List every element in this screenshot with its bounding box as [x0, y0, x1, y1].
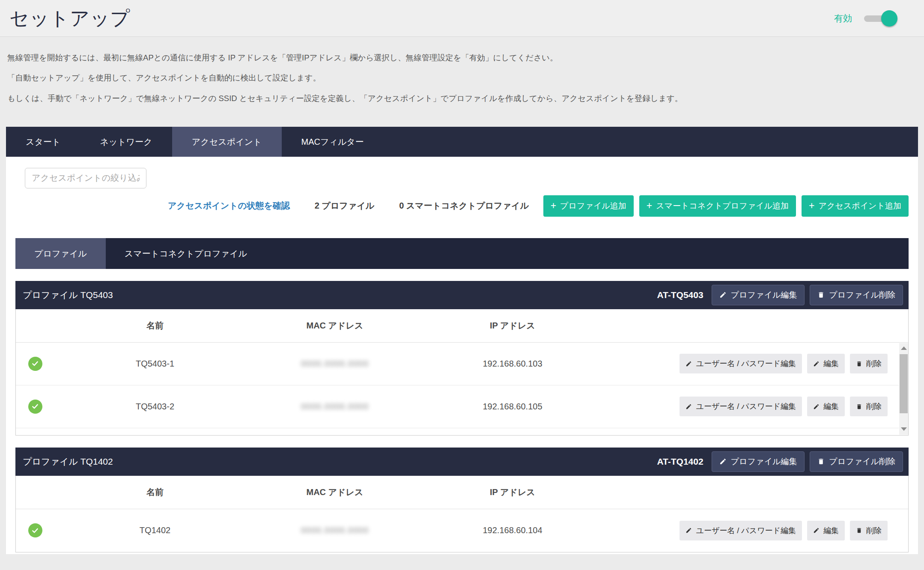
table-rows-scrollarea: TQ5403-1 0000.0000.0000 192.168.60.103 ユ…: [16, 343, 908, 435]
ap-name: TQ1402: [54, 525, 256, 535]
ap-mac-redacted: 0000.0000.0000: [256, 359, 414, 369]
delete-ap-button[interactable]: 削除: [850, 521, 888, 540]
trash-icon: [817, 291, 825, 298]
pencil-icon: [719, 458, 727, 465]
connected-check-icon: [28, 357, 42, 371]
edit-profile-button[interactable]: プロファイル編集: [712, 285, 805, 305]
panel-title: プロファイル TQ5403: [23, 289, 113, 301]
pencil-icon: [813, 361, 820, 367]
edit-ap-label: 編集: [823, 358, 839, 369]
table-scrollbar[interactable]: [899, 343, 908, 435]
add-profile-label: プロファイル追加: [560, 200, 626, 212]
toggle-knob-icon: [881, 10, 897, 27]
table-rows: TQ1402 0000.0000.0000 192.168.60.104 ユーザ…: [16, 509, 908, 552]
edit-profile-button[interactable]: プロファイル編集: [712, 451, 805, 472]
tab-network[interactable]: ネットワーク: [80, 127, 172, 157]
wireless-enable-control: 有効: [834, 10, 897, 27]
access-point-table: 名前 MAC アドレス IP アドレス TQ1402 0000.0000.000…: [15, 476, 909, 552]
tab-mac-filter[interactable]: MACフィルター: [282, 127, 384, 157]
add-button-group: + プロファイル追加 + スマートコネクトプロファイル追加 + アクセスポイント…: [543, 195, 909, 217]
table-header-row: 名前 MAC アドレス IP アドレス: [16, 309, 908, 343]
edit-ap-button[interactable]: 編集: [807, 521, 845, 540]
add-access-point-button[interactable]: + アクセスポイント追加: [802, 195, 909, 217]
delete-profile-label: プロファイル削除: [829, 456, 895, 467]
plus-icon: +: [647, 202, 652, 209]
page-title: セットアップ: [9, 6, 130, 31]
add-profile-button[interactable]: + プロファイル追加: [543, 195, 634, 217]
table-row-tq1402: TQ1402 0000.0000.0000 192.168.60.104 ユーザ…: [16, 509, 908, 552]
pencil-icon: [813, 403, 820, 410]
trash-icon: [817, 458, 825, 465]
page-header: セットアップ 有効: [0, 0, 924, 37]
add-access-point-label: アクセスポイント追加: [818, 200, 901, 212]
row-actions: ユーザー名 / パスワード編集 編集 削除: [611, 521, 908, 540]
profile-panel-tq1402: プロファイル TQ1402 AT-TQ1402 プロファイル編集 プロファイル削…: [15, 448, 909, 552]
column-ip: IP アドレス: [414, 486, 611, 498]
edit-credentials-label: ユーザー名 / パスワード編集: [696, 358, 796, 369]
scrollbar-up-arrow-icon[interactable]: [899, 344, 908, 353]
panel-header-actions: AT-TQ5403 プロファイル編集 プロファイル削除: [657, 285, 903, 305]
scrollbar-thumb[interactable]: [900, 354, 908, 413]
edit-credentials-button[interactable]: ユーザー名 / パスワード編集: [680, 354, 802, 373]
column-name: 名前: [54, 320, 256, 331]
column-mac: MAC アドレス: [256, 486, 414, 498]
edit-ap-button[interactable]: 編集: [807, 354, 845, 373]
access-point-table: 名前 MAC アドレス IP アドレス TQ5403-1 0000.0000.0…: [15, 309, 909, 436]
delete-ap-button[interactable]: 削除: [850, 397, 888, 416]
instruction-line-3: もしくは、手動で「ネットワーク」で無線ネットワークの SSID とセキュリティー…: [7, 91, 917, 105]
profile-count: 2 プロファイル: [315, 200, 375, 212]
wireless-enable-toggle[interactable]: [864, 10, 897, 27]
smart-connect-profile-count: 0 スマートコネクトプロファイル: [399, 200, 529, 212]
ap-mac-redacted: 0000.0000.0000: [256, 525, 414, 535]
tab-start[interactable]: スタート: [6, 127, 80, 157]
edit-credentials-label: ユーザー名 / パスワード編集: [696, 401, 796, 412]
ap-name: TQ5403-1: [54, 359, 256, 369]
subtab-smart-connect-profile[interactable]: スマートコネクトプロファイル: [106, 238, 266, 269]
edit-credentials-button[interactable]: ユーザー名 / パスワード編集: [680, 521, 802, 540]
delete-ap-label: 削除: [866, 358, 882, 369]
instruction-line-2: 「自動セットアップ」を使用して、アクセスポイントを自動的に検出して設定します。: [7, 71, 917, 85]
toolbar-row: アクセスポイントの状態を確認 2 プロファイル 0 スマートコネクトプロファイル…: [168, 195, 909, 217]
access-point-filter-input[interactable]: [25, 168, 146, 188]
pencil-icon: [686, 527, 692, 534]
ap-ip: 192.168.60.105: [414, 402, 611, 412]
scrollbar-down-arrow-icon[interactable]: [899, 425, 908, 434]
main-tabbar: スタート ネットワーク アクセスポイント MACフィルター: [6, 127, 918, 157]
delete-ap-button[interactable]: 削除: [850, 354, 888, 373]
row-actions: ユーザー名 / パスワード編集 編集 削除: [611, 397, 899, 416]
connected-check-icon: [28, 523, 42, 537]
delete-profile-button[interactable]: プロファイル削除: [810, 285, 903, 305]
check-ap-status-link[interactable]: アクセスポイントの状態を確認: [168, 200, 290, 212]
subtab-profile[interactable]: プロファイル: [15, 238, 106, 269]
edit-ap-button[interactable]: 編集: [807, 397, 845, 416]
table-header-row: 名前 MAC アドレス IP アドレス: [16, 476, 908, 509]
trash-icon: [856, 527, 862, 534]
setup-instructions: 無線管理を開始するには、最初に無線APとの通信に使用する IP アドレスを「管理…: [0, 37, 924, 105]
ap-ip: 192.168.60.104: [414, 525, 611, 535]
profile-subtabs: プロファイル スマートコネクトプロファイル: [15, 238, 909, 269]
instruction-line-1: 無線管理を開始するには、最初に無線APとの通信に使用する IP アドレスを「管理…: [7, 51, 917, 65]
pencil-icon: [813, 527, 820, 534]
column-ip: IP アドレス: [414, 320, 611, 331]
edit-credentials-button[interactable]: ユーザー名 / パスワード編集: [680, 397, 802, 416]
delete-profile-button[interactable]: プロファイル削除: [810, 451, 903, 472]
plus-icon: +: [809, 202, 814, 209]
access-point-tab-content: アクセスポイントの状態を確認 2 プロファイル 0 スマートコネクトプロファイル…: [6, 157, 918, 554]
status-cell: [16, 357, 54, 371]
panel-title: プロファイル TQ1402: [23, 456, 113, 468]
add-smart-connect-profile-button[interactable]: + スマートコネクトプロファイル追加: [639, 195, 796, 217]
edit-ap-label: 編集: [823, 401, 839, 412]
edit-profile-label: プロファイル編集: [731, 456, 797, 467]
pencil-icon: [719, 291, 727, 298]
ap-name: TQ5403-2: [54, 402, 256, 412]
tab-access-point[interactable]: アクセスポイント: [172, 127, 282, 157]
status-cell: [16, 523, 54, 537]
trash-icon: [856, 403, 862, 410]
device-model: AT-TQ1402: [657, 457, 703, 467]
edit-credentials-label: ユーザー名 / パスワード編集: [696, 525, 796, 536]
trash-icon: [856, 361, 862, 367]
plus-icon: +: [551, 202, 556, 209]
edit-profile-label: プロファイル編集: [731, 289, 797, 301]
column-mac: MAC アドレス: [256, 320, 414, 331]
table-row-tq5403-2: TQ5403-2 0000.0000.0000 192.168.60.105 ユ…: [16, 385, 899, 428]
